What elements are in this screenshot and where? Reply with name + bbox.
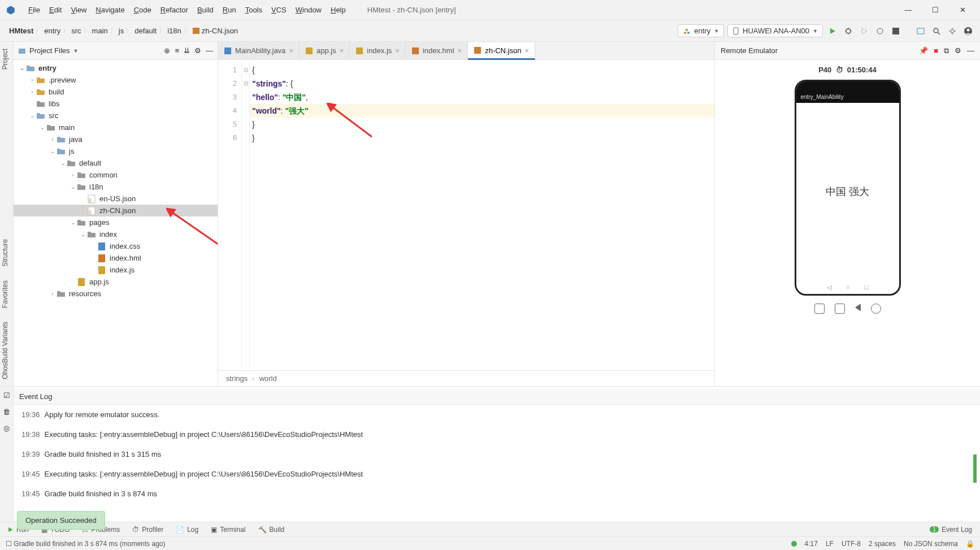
breadcrumbs[interactable]: HMtest〉entry〉src〉main〉js〉default〉i18n〉zh… xyxy=(6,27,238,35)
tree-node[interactable]: ⌄entry xyxy=(14,62,218,74)
code-editor[interactable]: 123456 ⊟⊟ { "strings": { "hello": "中国", … xyxy=(218,60,714,370)
breadcrumb-item[interactable]: js xyxy=(119,27,124,35)
scrollbar-indicator[interactable] xyxy=(973,454,977,483)
menu-refactor[interactable]: Refactor xyxy=(156,3,193,16)
menu-file[interactable]: File xyxy=(24,3,45,16)
leftrail-tab-variants[interactable]: OhosBuild Variants xyxy=(0,315,13,386)
gear-icon[interactable]: ⚙ xyxy=(955,46,961,55)
menu-window[interactable]: Window xyxy=(291,3,326,16)
close-tab-icon[interactable]: × xyxy=(289,46,293,55)
project-structure-icon[interactable] xyxy=(914,25,927,37)
gear-icon[interactable]: ⚙ xyxy=(194,46,201,55)
menu-code[interactable]: Code xyxy=(129,3,156,16)
phone-screen[interactable]: 中国 强大 xyxy=(796,103,899,280)
close-tab-icon[interactable]: × xyxy=(395,46,400,55)
menu-tools[interactable]: Tools xyxy=(241,3,267,16)
editor-tab[interactable]: zh-CN.json× xyxy=(468,42,535,60)
tool-log[interactable]: 📄 Log xyxy=(176,526,198,534)
tree-node[interactable]: {}en-US.json xyxy=(14,193,218,205)
debug-button[interactable] xyxy=(842,25,855,37)
breadcrumb-item[interactable]: main xyxy=(92,27,108,35)
breadcrumb-item[interactable]: i18n xyxy=(167,27,181,35)
hide-icon[interactable]: — xyxy=(967,46,974,55)
close-tab-icon[interactable]: × xyxy=(340,46,344,55)
tool-profiler[interactable]: ⏱ Profiler xyxy=(132,526,163,534)
close-icon[interactable]: ✕ xyxy=(954,6,971,14)
event-row[interactable]: 19:38Executing tasks: [:entry:assembleDe… xyxy=(14,425,980,444)
back-icon[interactable] xyxy=(855,304,861,311)
editor-tab[interactable]: MainAbility.java× xyxy=(218,42,300,59)
event-row[interactable]: 19:39Gradle build finished in 31 s 315 m… xyxy=(14,444,980,464)
run-config-selector[interactable]: entry▼ xyxy=(678,24,724,37)
menu-run[interactable]: Run xyxy=(218,3,241,16)
profile-avatar-icon[interactable] xyxy=(962,25,974,37)
tree-node[interactable]: ›common xyxy=(14,169,218,181)
breadcrumb-item[interactable]: src xyxy=(71,27,81,35)
window-icon[interactable]: ⧉ xyxy=(944,46,949,55)
search-icon[interactable] xyxy=(930,25,943,37)
settings-icon[interactable] xyxy=(946,25,959,37)
editor-breadcrumb[interactable]: strings › world xyxy=(218,370,714,386)
tree-node[interactable]: ⌄pages xyxy=(14,216,218,228)
maximize-icon[interactable]: ☐ xyxy=(927,6,944,14)
tree-node[interactable]: ›build xyxy=(14,86,218,98)
tree-node[interactable]: ›resources xyxy=(14,288,218,300)
breadcrumb-item[interactable]: zh-CN.json xyxy=(192,27,238,35)
schema-info[interactable]: No JSON schema xyxy=(904,540,958,548)
indent-info[interactable]: 2 spaces xyxy=(869,540,896,548)
breadcrumb-item[interactable]: HMtest xyxy=(9,27,33,35)
tree-node[interactable]: ⌄src xyxy=(14,110,218,122)
editor-tab[interactable]: index.hml× xyxy=(406,42,468,59)
tree-node[interactable]: ⌄main xyxy=(14,122,218,133)
tree-node[interactable]: index.css xyxy=(14,240,218,252)
tool-build[interactable]: 🔨 Build xyxy=(258,526,285,534)
tool-terminal[interactable]: ▣ Terminal xyxy=(211,526,245,534)
home-icon[interactable] xyxy=(871,304,881,314)
hide-icon[interactable]: — xyxy=(206,46,213,55)
event-row[interactable]: 19:36Apply for remote emulator success. xyxy=(14,405,980,425)
tree-node[interactable]: app.js xyxy=(14,276,218,288)
menu-vcs[interactable]: VCS xyxy=(267,3,291,16)
tree-node[interactable]: ⌄default xyxy=(14,157,218,169)
collapse-icon[interactable]: ⇊ xyxy=(184,46,190,55)
profile-button[interactable] xyxy=(874,25,886,37)
close-tab-icon[interactable]: × xyxy=(524,46,529,55)
breadcrumb-item[interactable]: default xyxy=(135,27,157,35)
expand-icon[interactable]: ≡ xyxy=(175,46,179,55)
fold-column[interactable]: ⊟⊟ xyxy=(242,60,250,370)
cursor-position[interactable]: 4:17 xyxy=(805,540,818,548)
close-tab-icon[interactable]: × xyxy=(458,46,462,55)
code-content[interactable]: { "strings": { "hello": "中国", "world": "… xyxy=(250,60,714,370)
menu-navigate[interactable]: Navigate xyxy=(91,3,129,16)
check-icon[interactable]: ☑ xyxy=(3,391,10,400)
breadcrumb-item[interactable]: entry xyxy=(44,27,60,35)
stop-button[interactable] xyxy=(890,25,902,37)
tree-node[interactable]: libs xyxy=(14,98,218,110)
phone-navbar[interactable]: ◁○□ xyxy=(796,280,899,294)
event-row[interactable]: 19:45Executing tasks: [:entry:assembleDe… xyxy=(14,464,980,484)
project-pane-header[interactable]: Project Files ▼ ⊕ ≡ ⇊ ⚙ — xyxy=(14,42,218,60)
device-selector[interactable]: HUAWEI ANA-AN00▼ xyxy=(727,24,823,37)
tree-node[interactable]: index.hml xyxy=(14,252,218,264)
tree-node[interactable]: ⌄js xyxy=(14,145,218,157)
rotate-icon[interactable] xyxy=(835,304,845,314)
target-icon[interactable]: ◎ xyxy=(3,424,10,432)
line-ending[interactable]: LF xyxy=(826,540,834,548)
tree-node[interactable]: ›java xyxy=(14,133,218,145)
coverage-button[interactable] xyxy=(858,25,870,37)
leftrail-tab-favorites[interactable]: Favorites xyxy=(0,274,13,315)
editor-tab[interactable]: app.js× xyxy=(300,42,350,59)
pin-icon[interactable]: 📌 xyxy=(919,46,928,55)
tool-event-log[interactable]: 1 Event Log xyxy=(930,526,972,534)
stop-icon[interactable]: ■ xyxy=(934,46,938,55)
editor-tab[interactable]: index.js× xyxy=(350,42,406,59)
tree-node[interactable]: index.js xyxy=(14,264,218,276)
lock-icon[interactable]: 🔒 xyxy=(966,540,974,548)
leftrail-tab-structure[interactable]: Structure xyxy=(0,232,13,274)
menu-help[interactable]: Help xyxy=(326,3,350,16)
project-tree[interactable]: ⌄entry›.preview›buildlibs⌄src⌄main›java⌄… xyxy=(14,60,218,386)
menu-view[interactable]: View xyxy=(66,3,91,16)
trash-icon[interactable]: 🗑 xyxy=(3,408,10,416)
minimize-icon[interactable]: — xyxy=(900,6,917,14)
tree-node[interactable]: ⌄i18n xyxy=(14,181,218,193)
